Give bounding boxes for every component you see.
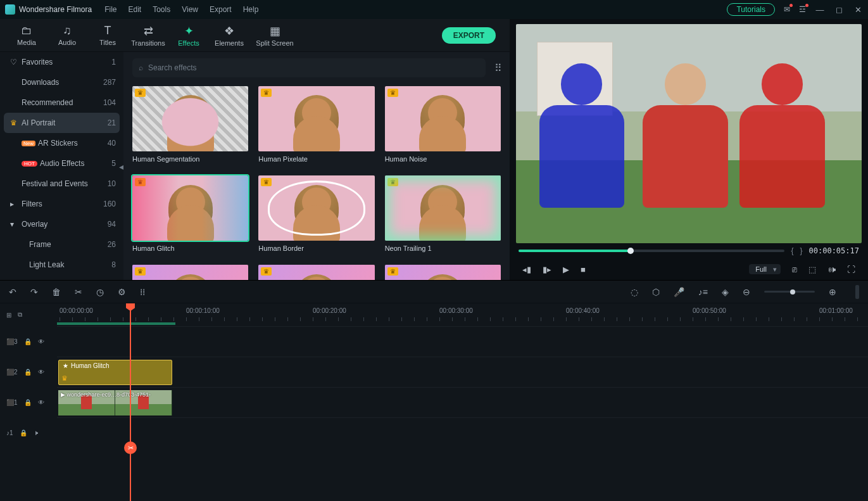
effect-card[interactable]: ♛Human Border xyxy=(258,175,374,252)
menu-edit[interactable]: Edit xyxy=(129,5,142,14)
add-track-icon[interactable]: ⊞ xyxy=(6,312,11,319)
link-icon[interactable]: ⧉ xyxy=(18,311,22,319)
playhead-split-icon[interactable]: ✂ xyxy=(124,441,137,454)
search-input[interactable]: ⌕ Search effects xyxy=(132,58,486,77)
sidebar-item-overlay[interactable]: ▾Overlay94 xyxy=(0,214,123,234)
play-button[interactable]: ▶ xyxy=(563,265,569,274)
split-icon[interactable]: ✂ xyxy=(75,287,82,297)
minimize-button[interactable]: — xyxy=(815,5,825,15)
track-head-v2[interactable]: ⬛2🔒👁 xyxy=(0,357,57,387)
sidebar-item-festival-and-events[interactable]: Festival and Events10 xyxy=(0,174,123,194)
zoom-slider[interactable] xyxy=(764,291,815,293)
tutorials-button[interactable]: Tutorials xyxy=(727,3,775,16)
menu-view[interactable]: View xyxy=(182,5,198,14)
volume-icon[interactable]: 🕪 xyxy=(827,265,836,274)
track-a1[interactable] xyxy=(57,417,868,448)
next-frame-button[interactable]: ▮▸ xyxy=(543,265,551,274)
tab-split-screen[interactable]: ▦Split Screen xyxy=(249,24,300,47)
app-logo xyxy=(5,4,15,15)
library-tabs: 🗀Media ♫Audio TTitles ⇄Transitions ✦Effe… xyxy=(0,19,510,52)
audio-wave-icon[interactable]: ⁞⁞ xyxy=(140,287,145,297)
tab-elements[interactable]: ❖Elements xyxy=(209,24,249,47)
tasks-icon[interactable]: ☲ xyxy=(799,5,806,14)
mixer-icon[interactable]: ♪≡ xyxy=(698,287,708,297)
speed-icon[interactable]: ◷ xyxy=(96,287,104,297)
tab-audio[interactable]: ♫Audio xyxy=(47,24,87,46)
sidebar-item-downloads[interactable]: Downloads287 xyxy=(0,72,123,92)
messages-icon[interactable]: ✉ xyxy=(784,5,790,14)
clip-effect[interactable]: ★ Human Glitch ♛ xyxy=(58,360,172,385)
maximize-button[interactable]: ◻ xyxy=(834,5,844,15)
undo-icon[interactable]: ↶ xyxy=(9,287,16,297)
playhead[interactable]: ✂ xyxy=(130,303,131,501)
menu-export[interactable]: Export xyxy=(210,5,232,14)
zoom-out-icon[interactable]: ⊖ xyxy=(743,287,750,297)
tab-titles[interactable]: TTitles xyxy=(87,24,128,46)
effect-card[interactable]: ♛Neon Trailing 1 xyxy=(385,175,501,252)
stop-button[interactable]: ■ xyxy=(581,265,586,274)
search-icon: ⌕ xyxy=(139,63,143,72)
close-button[interactable]: ✕ xyxy=(853,5,863,15)
tab-effects[interactable]: ✦Effects xyxy=(168,24,209,47)
preview-viewport[interactable] xyxy=(516,24,862,243)
export-button[interactable]: EXPORT xyxy=(442,27,496,44)
search-placeholder: Search effects xyxy=(148,63,197,72)
effect-card[interactable]: ♛ xyxy=(132,265,248,280)
quality-dropdown[interactable]: Full xyxy=(749,264,781,274)
track-head-v1[interactable]: ⬛1🔒👁 xyxy=(0,387,57,417)
timeline-panel: ↶ ↷ 🗑 ✂ ◷ ⚙ ⁞⁞ ◌ ⬡ 🎤 ♪≡ ◈ ⊖ ⊕ ⊞ ⧉ ⬛3🔒👁 ⬛… xyxy=(0,280,868,501)
sidebar-item-favorites[interactable]: ♡Favorites1 xyxy=(0,52,123,72)
effect-card[interactable]: ♛ xyxy=(258,265,374,280)
panel-handle[interactable] xyxy=(855,285,859,299)
grid-view-icon[interactable]: ⠿ xyxy=(494,62,501,74)
track-v3[interactable] xyxy=(57,326,868,357)
prev-frame-button[interactable]: ◂▮ xyxy=(522,265,531,274)
effect-card[interactable]: ♛Human Noise xyxy=(385,86,501,163)
delete-icon[interactable]: 🗑 xyxy=(52,287,61,297)
sidebar-item-light-leak[interactable]: Light Leak8 xyxy=(0,255,123,275)
adjust-icon[interactable]: ⚙ xyxy=(118,287,126,297)
clip-video[interactable]: ▶ wondershare-ec9…8-d703-4751- xyxy=(58,390,172,415)
timecode: 00:00:05:17 xyxy=(809,246,859,255)
tab-transitions[interactable]: ⇄Transitions xyxy=(128,24,168,47)
mark-in-icon[interactable]: { xyxy=(791,246,793,255)
effect-card[interactable]: ♛Human Segmentation xyxy=(132,86,248,163)
voiceover-icon[interactable]: 🎤 xyxy=(674,287,684,297)
menu-help[interactable]: Help xyxy=(243,5,259,14)
time-ruler[interactable]: 00:00:00:0000:00:10:0000:00:20:0000:00:3… xyxy=(57,303,868,326)
sidebar-item-frame[interactable]: Frame26 xyxy=(0,234,123,255)
playback-slider[interactable] xyxy=(519,250,784,252)
sidebar-item-ai-portrait[interactable]: ♛AI Portrait21 xyxy=(4,113,120,133)
sidebar-item-recommended[interactable]: Recommended104 xyxy=(0,92,123,113)
sidebar-item-audio-effects[interactable]: HOTAudio Effects5 xyxy=(0,153,123,174)
mark-out-icon[interactable]: } xyxy=(800,246,803,255)
timeline-toolbar: ↶ ↷ 🗑 ✂ ◷ ⚙ ⁞⁞ ◌ ⬡ 🎤 ♪≡ ◈ ⊖ ⊕ xyxy=(0,281,868,303)
menu-tools[interactable]: Tools xyxy=(153,5,170,14)
effect-card[interactable]: ♛Human Pixelate xyxy=(258,86,374,163)
track-area[interactable]: 00:00:00:0000:00:10:0000:00:20:0000:00:3… xyxy=(57,303,868,501)
track-head-v3[interactable]: ⬛3🔒👁 xyxy=(0,326,57,357)
effects-gallery: ⌕ Search effects ⠿ ♛Human Segmentation♛H… xyxy=(123,52,510,280)
effect-card[interactable]: ♛Human Glitch xyxy=(132,175,248,252)
zoom-in-icon[interactable]: ⊕ xyxy=(829,287,836,297)
fullscreen-icon[interactable]: ⛶ xyxy=(847,265,855,274)
redo-icon[interactable]: ↷ xyxy=(30,287,38,297)
sidebar-item-ar-stickers[interactable]: NewAR Stickers40 xyxy=(0,133,123,153)
track-v2[interactable]: ★ Human Glitch ♛ xyxy=(57,357,868,387)
sidebar-item-filters[interactable]: ▸Filters160 xyxy=(0,194,123,214)
keyframe-icon[interactable]: ◈ xyxy=(722,287,729,297)
snapshot-icon[interactable]: ⬚ xyxy=(808,265,816,274)
display-icon[interactable]: ⎚ xyxy=(792,265,797,274)
menu-file[interactable]: File xyxy=(104,5,116,14)
track-head-a1[interactable]: ♪1🔒🕨 xyxy=(0,417,57,448)
titlebar: Wondershare Filmora File Edit Tools View… xyxy=(0,0,868,19)
preview-panel: { } 00:00:05:17 ◂▮ ▮▸ ▶ ■ Full ⎚ ⬚ 🕪 ⛶ xyxy=(510,19,868,280)
effects-sidebar: ◀ ♡Favorites1Downloads287Recommended104♛… xyxy=(0,52,123,280)
track-headers: ⊞ ⧉ ⬛3🔒👁 ⬛2🔒👁 ⬛1🔒👁 ♪1🔒🕨 xyxy=(0,303,57,501)
effect-card[interactable]: ♛ xyxy=(385,265,501,280)
render-icon[interactable]: ◌ xyxy=(631,287,638,297)
collapse-sidebar-icon[interactable]: ◀ xyxy=(119,163,123,170)
marker-icon[interactable]: ⬡ xyxy=(652,287,660,297)
tab-media[interactable]: 🗀Media xyxy=(6,24,47,46)
track-v1[interactable]: ▶ wondershare-ec9…8-d703-4751- xyxy=(57,387,868,417)
